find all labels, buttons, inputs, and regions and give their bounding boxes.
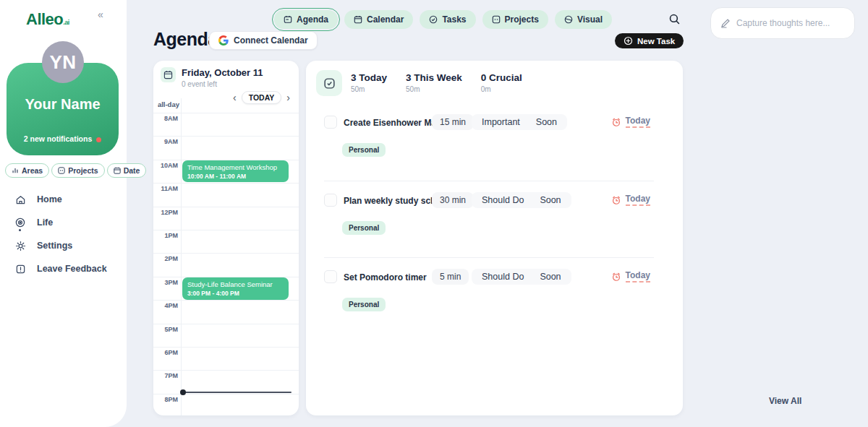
task-duration-chip[interactable]: 15 min <box>432 114 474 130</box>
task-priority-chip[interactable]: Should Do Soon <box>472 192 571 208</box>
connect-calendar-button[interactable]: Connect Calendar <box>209 31 318 50</box>
task-due[interactable]: Today <box>611 116 650 128</box>
hour-row-1pm[interactable]: 1PM <box>153 230 299 253</box>
all-day-label: all-day <box>156 100 179 108</box>
chip-label: Areas <box>22 166 43 175</box>
sidebar-item-settings[interactable]: Settings <box>14 234 121 257</box>
alarm-clock-icon <box>611 195 621 205</box>
hour-row-5pm[interactable]: 5PM <box>153 324 299 347</box>
menu-label: Life <box>37 217 53 228</box>
task-tag[interactable]: Personal <box>342 143 386 157</box>
hour-label: 2PM <box>153 255 178 262</box>
task-due[interactable]: Today <box>611 270 650 282</box>
urgency-label: Soon <box>540 272 561 282</box>
top-navigation: Agenda Calendar Tasks Projects Visual <box>274 10 612 29</box>
task-checkbox[interactable] <box>324 270 337 283</box>
tab-agenda[interactable]: Agenda <box>274 10 338 29</box>
menu-label: Home <box>37 194 62 204</box>
tab-visual[interactable]: Visual <box>555 10 612 29</box>
pencil-scribble-icon <box>720 18 731 28</box>
hour-label: 9AM <box>153 138 178 145</box>
hour-label: 11AM <box>153 185 178 192</box>
task-priority-chip[interactable]: Important Soon <box>472 114 567 130</box>
hour-row-9am[interactable]: 9AM <box>153 136 299 159</box>
tab-label: Projects <box>505 14 539 25</box>
chip-areas[interactable]: Areas <box>5 163 49 178</box>
sidebar-item-life[interactable]: Life <box>14 211 121 234</box>
view-all-link[interactable]: View All <box>769 396 801 406</box>
hour-label: 7PM <box>153 372 178 379</box>
hour-label: 5PM <box>153 326 178 333</box>
task-tag[interactable]: Personal <box>342 221 386 235</box>
all-day-row[interactable]: all-day <box>153 98 299 113</box>
calendar-panel: Friday, October 11 0 event left ‹ TODAY … <box>153 61 299 415</box>
new-task-button[interactable]: New Task <box>615 33 684 48</box>
calendar-header-icon <box>161 67 176 82</box>
sidebar-item-leave-feedback[interactable]: Leave Feedback <box>14 257 121 280</box>
task-priority-chip[interactable]: Should Do Soon <box>472 269 571 285</box>
user-name: Your Name <box>7 96 119 113</box>
stat-crucial[interactable]: 0 Crucial 0m <box>481 72 522 96</box>
capture-thoughts-input[interactable] <box>736 18 845 28</box>
avatar[interactable]: YN <box>42 41 84 83</box>
task-duration-chip[interactable]: 5 min <box>432 269 469 285</box>
hour-row-12pm[interactable]: 12PM <box>153 207 299 230</box>
tab-label: Agenda <box>297 14 328 25</box>
hour-label: 6PM <box>153 349 178 356</box>
stat-label: 0 Crucial <box>481 72 522 83</box>
hour-row-8am[interactable]: 8AM <box>153 113 299 136</box>
task-duration-chip[interactable]: 30 min <box>432 192 474 208</box>
calendar-icon <box>354 15 362 24</box>
stat-duration: 0m <box>481 85 522 93</box>
hour-row-8pm[interactable]: 8PM <box>153 394 299 415</box>
connect-calendar-label: Connect Calendar <box>234 35 308 46</box>
app-logo[interactable]: Alleo.ai <box>26 10 69 29</box>
task-checkbox[interactable] <box>324 116 337 129</box>
bar-chart-icon <box>12 167 19 174</box>
hour-row-2pm[interactable]: 2PM <box>153 253 299 276</box>
capture-thoughts-box <box>710 7 855 39</box>
stat-today[interactable]: 3 Today 50m <box>351 72 387 96</box>
event-time: 10:00 AM - 11:00 AM <box>187 173 284 180</box>
tab-tasks[interactable]: Tasks <box>420 10 475 29</box>
hour-label: 3PM <box>153 279 178 286</box>
tasks-header-icon <box>316 70 342 96</box>
tasks-panel-header: 3 Today 50m 3 This Week 50m 0 Crucial 0m <box>306 61 683 96</box>
urgency-label: Soon <box>540 195 561 205</box>
stat-this-week[interactable]: 3 This Week 50m <box>406 72 462 96</box>
hour-row-11am[interactable]: 11AM <box>153 183 299 206</box>
calendar-event[interactable]: Study-Life Balance Seminar 3:00 PM - 4:0… <box>182 277 289 300</box>
priority-label: Should Do <box>482 272 524 282</box>
hour-row-4pm[interactable]: 4PM <box>153 300 299 323</box>
search-icon[interactable] <box>668 13 681 25</box>
tab-calendar[interactable]: Calendar <box>344 10 413 29</box>
home-icon <box>14 194 26 205</box>
sidebar-item-home[interactable]: Home <box>14 188 121 211</box>
urgency-label: Soon <box>536 117 557 127</box>
task-tag[interactable]: Personal <box>342 298 386 311</box>
calendar-time-grid: all-day 8AM 9AM 10AM 11AM 12PM 1PM 2PM 3… <box>153 98 299 415</box>
menu-label: Leave Feedback <box>37 264 107 274</box>
chip-projects[interactable]: Projects <box>51 163 104 178</box>
event-title: Study-Life Balance Seminar <box>187 280 284 288</box>
hour-row-7pm[interactable]: 7PM <box>153 370 299 393</box>
sidebar: Alleo.ai « YN Your Name 2 new notificati… <box>0 0 127 427</box>
notification-dot-icon <box>96 137 101 142</box>
tab-label: Tasks <box>442 14 466 25</box>
task-row: Create Eisenhower Matrix 15 min Importan… <box>306 110 683 181</box>
task-due[interactable]: Today <box>611 194 650 206</box>
current-time-indicator <box>182 392 292 393</box>
tab-projects[interactable]: Projects <box>482 10 548 29</box>
calendar-event[interactable]: Time Management Workshop 10:00 AM - 11:0… <box>182 160 289 182</box>
chip-label: Projects <box>68 166 98 175</box>
hour-row-6pm[interactable]: 6PM <box>153 347 299 370</box>
calendar-panel-header: Friday, October 11 0 event left <box>153 61 299 88</box>
task-list: Create Eisenhower Matrix 15 min Importan… <box>306 110 683 334</box>
chip-date[interactable]: Date <box>107 163 147 178</box>
notifications-link[interactable]: 2 new notifications <box>7 134 119 143</box>
task-checkbox[interactable] <box>324 194 337 207</box>
tasks-stats: 3 Today 50m 3 This Week 50m 0 Crucial 0m <box>351 70 522 96</box>
sidebar-filter-chips: Areas Projects Date <box>5 163 146 178</box>
stat-label: 3 This Week <box>406 72 462 83</box>
sidebar-collapse-icon[interactable]: « <box>98 9 103 20</box>
